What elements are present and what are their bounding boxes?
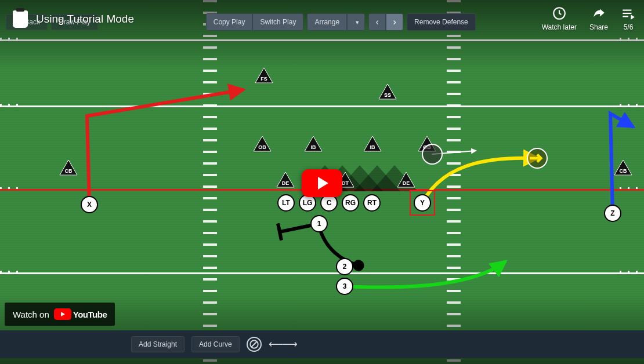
svg-text:DE: DE	[282, 180, 290, 186]
arrange-button[interactable]: Arrange	[307, 13, 347, 31]
svg-rect-33	[623, 13, 631, 14]
copy-play-button[interactable]: Copy Play	[206, 13, 253, 31]
video-title-bar[interactable]: Using Tutorial Mode	[13, 10, 134, 28]
svg-rect-32	[623, 10, 631, 11]
youtube-play-icon	[54, 308, 71, 320]
next-play-button[interactable]: ›	[386, 13, 403, 31]
video-frame: CBDEDTDTDEOBIBIBOBFSSSCB XLTLGCRGRTY123Z…	[0, 0, 644, 364]
prev-play-button[interactable]: ‹	[368, 13, 386, 31]
remove-defense-button[interactable]: Remove Defense	[407, 13, 476, 31]
playlist-icon	[621, 6, 636, 21]
arrange-dropdown-caret[interactable]: ▼	[347, 13, 365, 31]
svg-text:SS: SS	[384, 92, 391, 98]
svg-text:CB: CB	[620, 168, 627, 174]
clock-icon	[552, 6, 567, 21]
defense-player-ss[interactable]: SS	[378, 83, 397, 100]
ball-marker[interactable]	[422, 144, 443, 165]
defense-player-de2[interactable]: DE	[396, 171, 416, 188]
add-curve-button[interactable]: Add Curve	[191, 336, 240, 352]
youtube-logo: YouTube	[54, 308, 107, 320]
switch-play-button[interactable]: Switch Play	[252, 13, 303, 31]
selection-box	[410, 190, 435, 216]
svg-text:IB: IB	[311, 144, 317, 150]
add-straight-button[interactable]: Add Straight	[131, 336, 184, 352]
app-bottom-toolbar: Add Straight Add Curve ⟵⟶	[0, 330, 644, 358]
playlist-position: 5/6	[624, 23, 634, 31]
watch-on-label: Watch on	[13, 310, 49, 319]
share-button[interactable]: Share	[589, 6, 608, 31]
svg-text:IB: IB	[370, 144, 376, 150]
offense-player-rt[interactable]: RT	[363, 194, 381, 212]
svg-text:OB: OB	[258, 144, 266, 150]
youtube-wordmark: YouTube	[73, 310, 107, 319]
defense-player-ib2[interactable]: IB	[363, 135, 382, 152]
defense-player-cb1[interactable]: CB	[59, 159, 78, 176]
svg-text:FS: FS	[261, 76, 267, 82]
offense-player-z[interactable]: Z	[604, 205, 621, 222]
chevron-left-icon: ‹	[375, 17, 378, 27]
svg-text:DT: DT	[342, 180, 349, 186]
swap-direction-icon[interactable]: ⟵⟶	[269, 338, 296, 351]
video-title: Using Tutorial Mode	[36, 13, 134, 26]
defense-player-de1[interactable]: DE	[276, 171, 295, 188]
svg-rect-34	[623, 16, 628, 17]
offense-player-1[interactable]: 1	[310, 215, 328, 232]
video-top-right-controls: Watch later Share 5/6	[542, 6, 636, 31]
offense-player-x[interactable]: X	[81, 196, 98, 213]
svg-line-36	[251, 342, 256, 347]
route-endpoint-marker[interactable]	[527, 148, 548, 169]
offense-player-rg[interactable]: RG	[342, 194, 359, 212]
defense-player-cb2[interactable]: CB	[613, 159, 633, 176]
svg-text:CB: CB	[65, 168, 73, 174]
clipboard-icon	[13, 10, 28, 28]
share-label: Share	[589, 23, 608, 31]
offense-player-2[interactable]: 2	[336, 258, 353, 275]
no-entry-icon[interactable]	[247, 337, 262, 352]
offense-player-lt[interactable]: LT	[277, 194, 295, 212]
watch-on-youtube-button[interactable]: Watch on YouTube	[5, 303, 115, 326]
play-button[interactable]	[302, 169, 342, 197]
playlist-menu-button[interactable]: 5/6	[621, 6, 636, 31]
chevron-right-icon: ›	[393, 17, 396, 27]
offense-player-3[interactable]: 3	[336, 278, 353, 295]
arrange-label: Arrange	[314, 18, 339, 26]
watch-later-button[interactable]: Watch later	[542, 6, 577, 31]
svg-text:DE: DE	[403, 180, 410, 186]
defense-player-ob1[interactable]: OB	[252, 135, 272, 152]
share-icon	[591, 6, 606, 21]
watch-later-label: Watch later	[542, 23, 577, 31]
defense-player-ib1[interactable]: IB	[303, 135, 323, 152]
